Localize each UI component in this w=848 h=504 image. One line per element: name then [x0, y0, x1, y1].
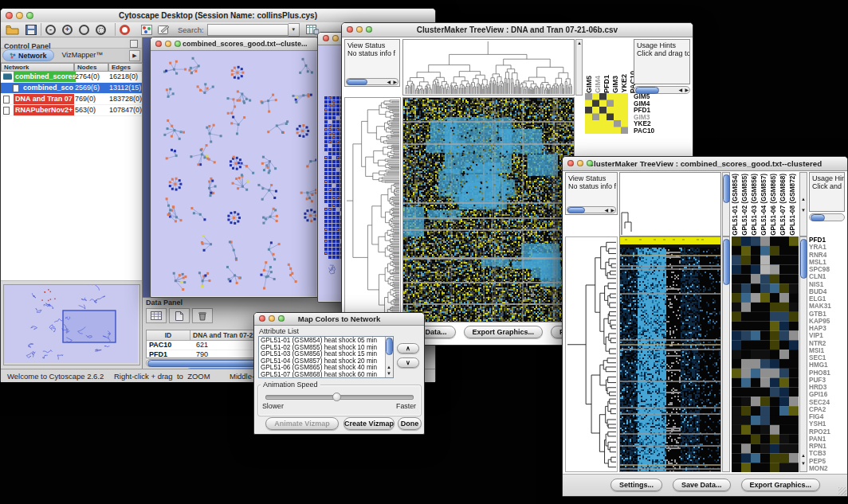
tv1-column-label: YKE2 [620, 74, 628, 93]
tv2-status-hscrollbar[interactable]: ◀▶ [567, 206, 616, 213]
col-header-edges[interactable]: Edges [108, 63, 143, 72]
doc-icon [3, 96, 10, 104]
tv1-column-dendrogram[interactable] [402, 39, 575, 96]
tv1-button-export-graphics[interactable]: Export Graphics... [464, 326, 544, 338]
animation-speed-slider[interactable] [265, 395, 414, 400]
tv2-column-label: GPL51-08 (GSM872) [789, 174, 799, 236]
row-value: 790 [196, 350, 208, 358]
zoom-button[interactable] [175, 41, 181, 47]
vizmapper-icon[interactable] [141, 25, 152, 35]
search-input[interactable] [207, 24, 289, 36]
slider-thumb[interactable] [332, 393, 341, 401]
float-panel-icon[interactable] [130, 40, 138, 48]
attribute-listbox[interactable]: GPL51-01 (GSM854) heat shock 05 minGPL51… [258, 336, 394, 378]
animate-vizmap-button[interactable]: Animate Vizmap [265, 417, 339, 430]
gene-label: BUD4 [809, 288, 846, 295]
col-header-network[interactable]: Network [1, 63, 74, 72]
dialog-title-bar[interactable]: Map Colors to Network [254, 313, 424, 326]
annotation-icon[interactable] [158, 25, 170, 35]
tv2-collabel-arrows[interactable]: ▲▼ [799, 172, 807, 236]
zoom-out-icon[interactable]: - [45, 25, 56, 35]
minimize-button[interactable] [16, 12, 23, 19]
save-icon[interactable] [26, 25, 37, 35]
zoom-button[interactable] [366, 26, 372, 33]
zoom-in-icon[interactable]: + [62, 25, 73, 35]
zoom-fit-icon[interactable] [79, 25, 89, 35]
minimize-button[interactable] [356, 26, 363, 33]
delete-attribute-icon[interactable] [192, 308, 213, 323]
zoom-button[interactable] [278, 315, 285, 322]
minimize-button[interactable] [332, 35, 339, 41]
network-row[interactable]: RNAPuberNov2+563(0)107847(0) [1, 105, 142, 116]
network-overview[interactable] [3, 284, 140, 365]
tv2-column-label: GPL51-01 (GSM854) [732, 174, 741, 236]
network-row[interactable]: DNA and Tran 07769(0)183728(0) [1, 94, 142, 105]
gene-label: YRA1 [809, 244, 846, 251]
move-up-button[interactable]: ∧ [397, 343, 419, 354]
close-button[interactable] [155, 41, 162, 47]
tv1-status-hscrollbar[interactable]: ◀▶ [346, 78, 398, 85]
done-button[interactable]: Done [398, 417, 422, 430]
network-row[interactable]: combined_sco2569(6)13112(15) [1, 83, 142, 94]
zoom-button[interactable] [26, 12, 33, 19]
tv2-heatmap[interactable] [619, 236, 721, 472]
tv2-heatmap-vscrollbar[interactable] [722, 236, 730, 472]
tv1-heatmap[interactable] [402, 97, 575, 322]
import-table-icon[interactable] [306, 24, 319, 35]
tv1-zoom-heatmap[interactable] [585, 93, 628, 134]
node-table-icon[interactable] [146, 308, 167, 323]
tv2-button-save-data[interactable]: Save Data... [673, 479, 731, 491]
treeview1-title-bar[interactable]: ClusterMaker TreeView : DNA and Tran 07-… [342, 23, 693, 37]
minimize-button[interactable] [577, 160, 583, 166]
main-title-bar[interactable]: Cytoscape Desktop (Session Name: collins… [1, 9, 435, 23]
help-icon[interactable] [120, 25, 130, 35]
tv2-row-dendrogram[interactable] [565, 236, 618, 472]
close-button[interactable] [567, 160, 574, 166]
create-vizmap-button[interactable]: Create Vizmap [344, 417, 395, 430]
status-right: Middle- [230, 372, 254, 381]
network-name: RNAPuberNov2+ [14, 105, 74, 115]
tv1-view-status: View StatusNo status info f ◀▶ [344, 39, 400, 87]
close-button[interactable] [347, 26, 353, 33]
zoom-button[interactable] [587, 160, 593, 166]
network-graph-view[interactable] [151, 51, 316, 296]
open-file-icon[interactable] [6, 25, 19, 35]
search-dropdown-button[interactable]: ▼ [289, 23, 300, 37]
gene-label: MSL1 [809, 259, 846, 266]
tv2-hints-hscrollbar[interactable] [809, 213, 845, 221]
network-edges: 16218(0) [109, 72, 138, 82]
zoom-selected-icon[interactable] [96, 25, 106, 35]
tv1-row-dendrogram[interactable] [344, 97, 401, 322]
minimize-button[interactable] [269, 315, 275, 322]
new-attribute-icon[interactable] [169, 308, 190, 323]
close-button[interactable] [6, 12, 13, 19]
treeview2-title-bar[interactable]: ClusterMaker TreeView : combined_scores_… [563, 157, 847, 171]
tab-vizmapper[interactable]: VizMapper™ [54, 50, 112, 61]
network-nodes: 769(0) [75, 94, 96, 104]
gene-label: GTB1 [809, 311, 846, 318]
attribute-list-vscrollbar[interactable]: ▲▼ [385, 337, 393, 377]
close-button[interactable] [323, 35, 329, 41]
row-value: 621 [196, 341, 208, 349]
tv2-column-dendrogram[interactable] [619, 172, 721, 236]
network-view-title-bar[interactable]: combined_scores_good.txt--cluste... [151, 37, 318, 51]
col-header-nodes[interactable]: Nodes [74, 63, 108, 72]
network-row[interactable]: combined_scores2764(0)16218(0) [1, 72, 142, 83]
tv2-heatmap-vscrollbar-top[interactable] [722, 172, 730, 236]
tab-scroll-right-icon[interactable]: ▶ [129, 50, 140, 61]
tv2-zoom-heatmap[interactable] [732, 236, 799, 472]
tv1-mini-vscrollbar[interactable]: ▲ [575, 39, 583, 96]
tv2-button-settings[interactable]: Settings... [610, 479, 662, 491]
tv1-column-label: PFD1 [603, 75, 610, 93]
resize-grip[interactable] [838, 487, 846, 495]
close-button[interactable] [259, 315, 265, 322]
gene-label: PFD1 [809, 236, 846, 244]
tv2-button-export-graphics[interactable]: Export Graphics... [741, 479, 821, 491]
dp-col-id[interactable]: ID [147, 330, 190, 340]
tab-network[interactable]: Network [2, 49, 54, 61]
minimize-button[interactable] [165, 41, 171, 47]
tv1-row-labels: GIM5GIM4PFD1GIM3YKE2PAC10 [634, 93, 673, 135]
tv2-genelist-vscrollbar[interactable]: ▲▼ [799, 236, 807, 472]
move-down-button[interactable]: ∨ [397, 357, 419, 368]
attribute-item[interactable]: GPL51-07 (GSM868) heat shock 60 min [259, 372, 393, 379]
